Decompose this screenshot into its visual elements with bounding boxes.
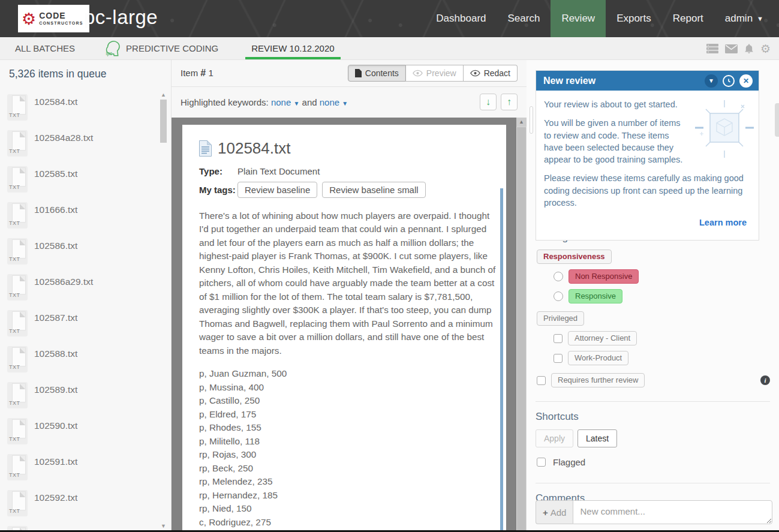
roster-line: rp, Melendez, 235 (199, 475, 488, 488)
item-number: 1 (208, 68, 213, 78)
add-comment-button[interactable]: + Add (536, 500, 573, 524)
info-icon[interactable]: i (760, 375, 770, 385)
scroll-up-arrow-icon[interactable]: ▲ (516, 118, 527, 127)
list-item[interactable]: TXT 102585.txt (0, 166, 171, 202)
list-item[interactable]: TXT 102587.txt (0, 310, 171, 346)
requires-further-review-checkbox[interactable] (537, 376, 546, 385)
apply-button[interactable]: Apply (536, 429, 573, 447)
nav-item-report[interactable]: Report (662, 0, 714, 37)
list-item[interactable]: TXT 102586.txt (0, 238, 171, 274)
work-product-label[interactable]: Work-Product (568, 351, 628, 365)
list-item[interactable]: TXT 102592.txt (0, 490, 171, 526)
non-responsive-radio[interactable] (554, 272, 563, 281)
admin-label: admin (725, 13, 753, 25)
file-type-badge: TXT (9, 220, 20, 226)
scroll-up-arrow-icon[interactable]: ▲ (160, 91, 167, 98)
queue-file-list: TXT 102584.txt TXT 102584a28.txt TXT (0, 94, 171, 532)
list-item[interactable]: TXT 102588.txt (0, 346, 171, 382)
flagged-checkbox[interactable] (537, 458, 546, 467)
bell-icon[interactable] (744, 44, 754, 54)
scrollbar-thumb[interactable] (517, 127, 526, 532)
main-nav: Dashboard Search Review Exports Report a… (425, 0, 774, 37)
next-hit-button[interactable]: ↓ (480, 94, 497, 110)
privileged-group-label: Privileged (537, 311, 584, 326)
learn-more-link[interactable]: Learn more (544, 215, 750, 235)
redact-mode-button[interactable]: Redact (464, 65, 518, 82)
new-comment-input[interactable] (573, 500, 772, 524)
scrollbar-thumb[interactable] (160, 100, 167, 143)
preview-mode-button[interactable]: Preview (406, 65, 464, 82)
work-product-option: Work-Product (554, 351, 779, 365)
keyword-select-1[interactable]: none (271, 97, 291, 107)
mail-icon[interactable] (725, 44, 738, 53)
attorney-client-option: Attorney - Client (554, 331, 779, 345)
nav-item-search[interactable]: Search (497, 0, 551, 37)
right-scroll-handle[interactable] (775, 103, 779, 137)
flagged-label: Flagged (553, 457, 585, 467)
txt-file-icon: TXT (7, 454, 28, 480)
document-canvas: 102584.txt Type: Plain Text Document My … (172, 118, 527, 532)
file-type-badge: TXT (9, 364, 20, 370)
list-item[interactable]: TXT 102584.txt (0, 94, 171, 130)
file-name: 102589.txt (34, 384, 77, 395)
requires-further-review-label[interactable]: Requires further review (551, 373, 645, 387)
list-item[interactable]: TXT 102584a28.txt (0, 130, 171, 166)
gear-logo-icon: ⚙ (22, 11, 36, 27)
svg-text:ipc: ipc (106, 50, 113, 56)
nav-item-dashboard[interactable]: Dashboard (425, 0, 497, 37)
nav-item-exports[interactable]: Exports (606, 0, 662, 37)
non-responsive-label[interactable]: Non Responsive (569, 269, 639, 284)
tab-review-date[interactable]: REVIEW 10.12.2020 (245, 37, 340, 59)
nav-item-admin-menu[interactable]: admin ▼ (714, 0, 774, 37)
scroll-down-arrow-icon[interactable]: ▼ (160, 522, 167, 530)
eye-icon (413, 70, 423, 77)
coding-panel: New review ▼ ✕ Your review is about to g… (527, 60, 779, 532)
center-scroll-handle[interactable] (530, 106, 533, 134)
tag-review-baseline[interactable]: Review baseline (237, 182, 317, 198)
keyword-select-2[interactable]: none (320, 97, 339, 107)
file-name: 102587.txt (34, 312, 77, 323)
sidebar-scrollbar[interactable]: ▲ ▼ (160, 91, 167, 530)
tags-label: My tags: (199, 185, 237, 195)
document-inner-scrollbar[interactable] (500, 188, 503, 532)
attorney-client-label[interactable]: Attorney - Client (568, 331, 637, 345)
responsive-radio[interactable] (554, 291, 563, 301)
brand-name: CODE (39, 11, 83, 20)
gear-icon[interactable]: ⚙ (760, 43, 771, 55)
history-clock-icon[interactable] (723, 75, 735, 87)
list-item[interactable]: TXT 102590.txt (0, 418, 171, 454)
batch-tabbar: ALL BATCHES ipc PREDICTIVE CODING REVIEW… (0, 37, 779, 60)
txt-file-icon: TXT (7, 202, 28, 229)
list-item[interactable]: TXT 102589.txt (0, 382, 171, 418)
contents-mode-button[interactable]: Contents (348, 65, 406, 82)
file-type-badge: TXT (9, 112, 20, 118)
nav-item-review[interactable]: Review (551, 0, 606, 37)
file-name: 102586.txt (34, 241, 77, 251)
tab-predictive-coding[interactable]: ipc PREDICTIVE CODING (99, 37, 224, 59)
document-card: 102584.txt Type: Plain Text Document My … (182, 125, 506, 532)
requires-further-review-option: Requires further review i (537, 373, 770, 387)
responsive-label[interactable]: Responsive (569, 289, 622, 303)
close-icon[interactable]: ✕ (739, 74, 753, 88)
work-product-checkbox[interactable] (554, 354, 563, 363)
roster-line: c, Rodriguez, 275 (199, 516, 488, 529)
list-item[interactable]: TXT 101666.txt (0, 202, 171, 238)
queue-list-icon[interactable] (706, 44, 718, 53)
latest-button[interactable]: Latest (578, 429, 617, 447)
shortcuts-heading: Shortcuts (536, 411, 779, 423)
brand-logo[interactable]: ⚙ CODE CONSTRUCTORS (18, 5, 89, 32)
roster-line: p, Mussina, 400 (199, 381, 488, 394)
queue-sidebar: 5,326 items in queue TXT 102584.txt TXT (0, 60, 171, 532)
viewer-scrollbar[interactable]: ▲ (516, 118, 527, 532)
txt-file-icon: TXT (7, 166, 28, 193)
document-filename: 102584.txt (218, 139, 290, 158)
list-item[interactable]: TXT 102586a29.txt (0, 274, 171, 310)
collapse-button[interactable]: ▼ (705, 74, 718, 88)
roster-line: rp, Rojas, 300 (199, 448, 488, 461)
prev-hit-button[interactable]: ↑ (501, 94, 518, 110)
tag-review-baseline-small[interactable]: Review baseline small (322, 182, 425, 198)
type-label: Type: (199, 166, 237, 176)
tab-all-batches[interactable]: ALL BATCHES (9, 37, 81, 59)
list-item[interactable]: TXT 102591.txt (0, 454, 171, 490)
attorney-client-checkbox[interactable] (554, 334, 563, 343)
